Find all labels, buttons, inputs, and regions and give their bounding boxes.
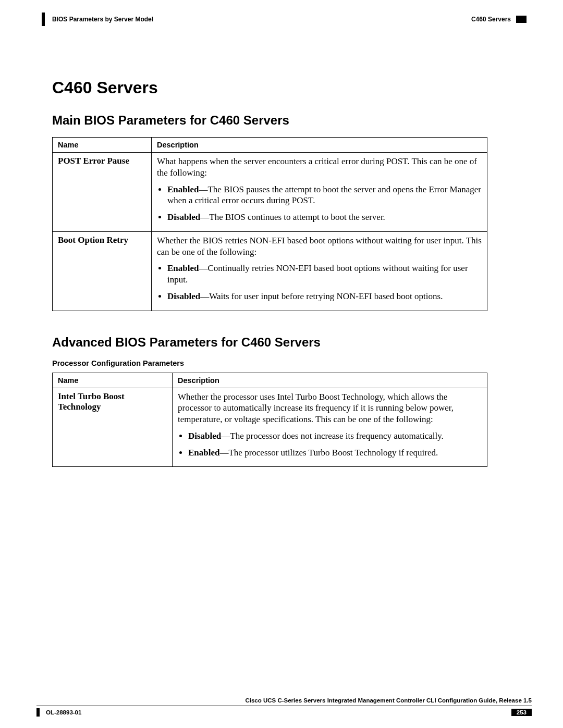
col-desc: Description [152, 138, 487, 153]
footer-doc-id: OL-28893-01 [46, 709, 81, 715]
param-name: Intel Turbo Boost Technology [53, 388, 173, 467]
header-section: C460 Servers [471, 16, 511, 23]
opt-label: Enabled [167, 184, 199, 194]
opt-text: —The processor utilizes Turbo Boost Tech… [219, 448, 438, 458]
opt-label: Enabled [167, 263, 199, 273]
table-header-row: Name Description [53, 138, 487, 153]
section-main-title: Main BIOS Parameters for C460 Servers [52, 113, 527, 128]
list-item: Enabled—The BIOS pauses the attempt to b… [167, 184, 482, 207]
page-footer: Cisco UCS C-Series Servers Integrated Ma… [36, 697, 532, 717]
list-item: Disabled—The BIOS continues to attempt t… [167, 212, 482, 223]
list-item: Enabled—The processor utilizes Turbo Boo… [188, 447, 482, 459]
param-intro: Whether the BIOS retries NON-EFI based b… [157, 235, 482, 258]
header-indicator-left [42, 13, 45, 26]
running-header: BIOS Parameters by Server Model C460 Ser… [42, 13, 527, 26]
param-desc: Whether the processor uses Intel Turbo B… [173, 388, 487, 467]
param-name: Boot Option Retry [53, 231, 152, 311]
page-title: C460 Servers [52, 78, 527, 97]
opt-text: —The BIOS pauses the attempt to boot the… [167, 184, 481, 206]
col-name: Name [53, 373, 173, 388]
opt-text: —Waits for user input before retrying NO… [200, 291, 443, 301]
footer-indicator [36, 708, 40, 717]
col-name: Name [53, 138, 152, 153]
subsection-title: Processor Configuration Parameters [52, 359, 527, 367]
main-bios-table: Name Description POST Error Pause What h… [52, 137, 487, 311]
param-desc: Whether the BIOS retries NON-EFI based b… [152, 231, 487, 311]
opt-text: —The processor does not increase its fre… [221, 431, 444, 441]
header-indicator-right [516, 16, 527, 23]
list-item: Enabled—Continually retries NON-EFI base… [167, 263, 482, 286]
table-row: POST Error Pause What happens when the s… [53, 153, 487, 232]
opt-text: —The BIOS continues to attempt to boot t… [200, 212, 385, 222]
opt-label: Disabled [167, 212, 200, 222]
page-number: 253 [511, 709, 532, 716]
footer-doc-title: Cisco UCS C-Series Servers Integrated Ma… [36, 697, 532, 704]
table-row: Boot Option Retry Whether the BIOS retri… [53, 231, 487, 311]
col-desc: Description [173, 373, 487, 388]
param-intro: Whether the processor uses Intel Turbo B… [178, 391, 482, 425]
advanced-bios-table: Name Description Intel Turbo Boost Techn… [52, 373, 487, 467]
opt-label: Disabled [188, 431, 221, 441]
table-header-row: Name Description [53, 373, 487, 388]
param-intro: What happens when the server encounters … [157, 156, 482, 179]
opt-label: Disabled [167, 291, 200, 301]
list-item: Disabled—The processor does not increase… [188, 430, 482, 442]
section-advanced-title: Advanced BIOS Parameters for C460 Server… [52, 335, 527, 350]
header-chapter: BIOS Parameters by Server Model [52, 16, 153, 23]
opt-text: —Continually retries NON-EFI based boot … [167, 263, 468, 285]
param-name: POST Error Pause [53, 153, 152, 232]
table-row: Intel Turbo Boost Technology Whether the… [53, 388, 487, 467]
opt-label: Enabled [188, 448, 219, 458]
param-desc: What happens when the server encounters … [152, 153, 487, 232]
list-item: Disabled—Waits for user input before ret… [167, 291, 482, 302]
